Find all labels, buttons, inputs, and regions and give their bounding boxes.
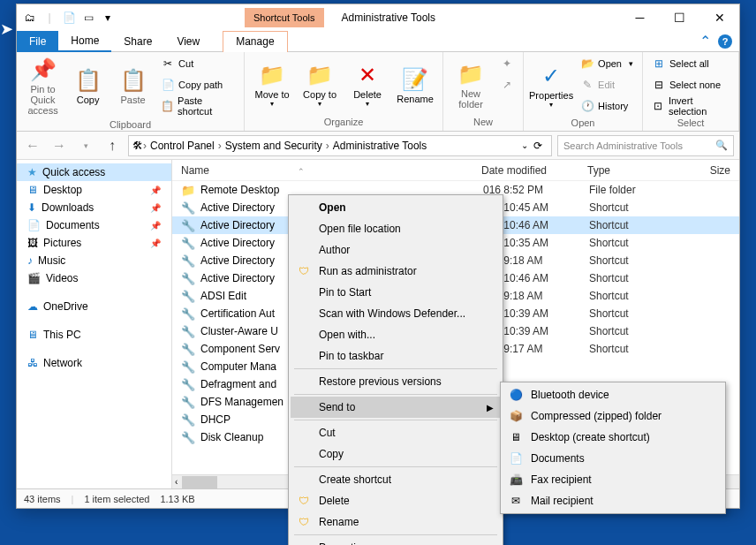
open-button[interactable]: 📂Open▾ [577,54,637,73]
copypath-button[interactable]: 📄Copy path [157,75,238,95]
sidebar-music[interactable]: ♪Music [17,252,171,269]
refresh-icon[interactable]: ⟳ [528,140,548,152]
tab-share[interactable]: Share [111,31,164,52]
pin-button[interactable]: 📌Pin to Quick access [22,54,64,117]
rename-button[interactable]: 📝Rename [393,54,437,115]
easyaccess-button[interactable]: ↗ [496,75,518,95]
col-name[interactable]: Name⌃ [181,164,481,177]
properties-icon[interactable]: 📄 [61,10,77,26]
selectnone-button[interactable]: ⊟Select none [648,75,733,95]
menu-item[interactable]: Copy [291,443,501,465]
context-menu[interactable]: OpenOpen file locationAuthor🛡Run as admi… [288,194,503,545]
up-button[interactable]: ↑ [102,135,123,156]
menu-item[interactable]: 🛡Delete [291,490,501,511]
sendto-submenu[interactable]: 🔵Bluetooth device📦Compressed (zipped) fo… [500,382,726,514]
newitem-button[interactable]: ✦ [496,54,518,73]
submenu-item[interactable]: 🔵Bluetooth device [503,384,723,405]
menu-item[interactable]: Author [291,239,501,261]
crumb-1[interactable]: Control Panel [147,140,218,152]
status-item-count: 43 items [24,494,61,504]
crumb-2[interactable]: System and Security [222,140,326,152]
menu-item[interactable]: Scan with Windows Defender... [291,303,501,324]
sidebar-videos[interactable]: 🎬Videos [17,269,171,287]
breadcrumb-dropdown-icon[interactable]: ⌄ [521,140,528,150]
newfolder-icon[interactable]: ▭ [80,10,96,26]
submenu-item[interactable]: 📦Compressed (zipped) folder [503,405,723,427]
menu-item-label: Pin to taskbar [319,350,383,362]
qat-dropdown-icon[interactable]: ▾ [100,10,116,26]
selectall-button[interactable]: ⊞Select all [648,54,733,73]
moveto-button[interactable]: 📁Move to▾ [250,54,294,115]
sidebar-pictures[interactable]: 🖼Pictures📌 [17,234,171,252]
scroll-thumb[interactable] [182,476,217,488]
cut-button[interactable]: ✂Cut [157,54,238,73]
properties-button[interactable]: ✓Properties▾ [529,54,573,116]
tab-manage[interactable]: Manage [223,31,287,52]
submenu-item[interactable]: ✉Mail recipient [503,490,723,511]
navigation-sidebar: ★Quick access 🖥Desktop📌 ⬇Downloads📌 📄Doc… [17,160,172,488]
sidebar-onedrive[interactable]: ☁OneDrive [17,298,171,315]
desktop-icon: 🖥 [27,184,38,196]
sidebar-downloads[interactable]: ⬇Downloads📌 [17,199,171,216]
copyto-button[interactable]: 📁Copy to▾ [298,54,342,115]
menu-item[interactable]: Open [291,197,501,218]
recent-button[interactable]: ▾ [75,135,96,156]
delete-button[interactable]: ✕Delete▾ [345,54,389,115]
shield-icon: 🛡 [296,263,312,279]
file-type: Shortcut [589,219,677,231]
contextual-tab-header: Shortcut Tools [245,8,324,27]
minimize-button[interactable]: ─ [620,4,660,31]
menu-item[interactable]: Restore previous versions [291,371,501,392]
menu-item[interactable]: Pin to Start [291,282,501,303]
history-button[interactable]: 🕐History [577,96,637,116]
shortcut-icon: 🔧 [181,324,195,338]
file-type: Shortcut [589,290,677,302]
col-size[interactable]: Size [676,164,730,177]
edit-button[interactable]: ✎Edit [577,75,637,95]
search-input[interactable]: Search Administrative Tools 🔍 [557,135,734,156]
group-open-label: Open [529,116,637,130]
submenu-item[interactable]: 🖥Desktop (create shortcut) [503,427,723,448]
menu-item[interactable]: Open file location [291,218,501,239]
newfolder-button[interactable]: 📁New folder [449,54,493,115]
back-button[interactable]: ← [22,135,43,156]
menu-item[interactable]: Create shortcut [291,469,501,490]
menu-item[interactable]: Open with... [291,324,501,345]
sidebar-network[interactable]: 🖧Network [17,354,171,372]
menu-item[interactable]: 🛡Run as administrator [291,261,501,282]
tab-file[interactable]: File [17,31,58,52]
submenu-item[interactable]: 📠Fax recipient [503,469,723,490]
close-button[interactable]: ✕ [699,4,739,31]
tab-home[interactable]: Home [58,31,111,52]
submenu-item[interactable]: 📄Documents [503,448,723,469]
breadcrumb[interactable]: 🛠 › Control Panel › System and Security … [128,135,552,156]
group-new-label: New [449,115,518,129]
sidebar-quick-access[interactable]: ★Quick access [17,163,171,181]
pasteshortcut-icon: 📋 [161,99,174,113]
submenu-arrow-icon: ▶ [487,403,494,413]
forward-button[interactable]: → [49,135,70,156]
menu-item[interactable]: Pin to taskbar [291,345,501,367]
sidebar-documents[interactable]: 📄Documents📌 [17,216,171,234]
help-icon[interactable]: ? [718,34,732,49]
collapse-ribbon-icon[interactable]: ⌃ [699,33,711,49]
paste-button[interactable]: 📋Paste [112,54,154,117]
menu-item[interactable]: Cut [291,422,501,443]
crumb-3[interactable]: Administrative Tools [329,140,431,152]
col-date[interactable]: Date modified [481,164,587,177]
maximize-button[interactable]: ☐ [660,4,699,31]
sidebar-thispc[interactable]: 🖥This PC [17,326,171,344]
sidebar-desktop[interactable]: 🖥Desktop📌 [17,181,171,199]
group-organize-label: Organize [250,115,437,129]
menu-item-label: Create shortcut [319,473,391,486]
invert-button[interactable]: ⊡Invert selection [648,96,733,116]
tab-view[interactable]: View [164,31,212,52]
menu-item[interactable]: Properties [291,537,501,545]
pin-icon: 📌 [29,56,57,84]
pasteshortcut-button[interactable]: 📋Paste shortcut [157,96,238,116]
menu-item[interactable]: Send to▶ [291,397,501,418]
copy-button[interactable]: 📋Copy [67,54,109,117]
scroll-left-icon[interactable]: ‹ [172,477,180,487]
menu-item[interactable]: 🛡Rename [291,511,501,533]
col-type[interactable]: Type [587,164,676,177]
